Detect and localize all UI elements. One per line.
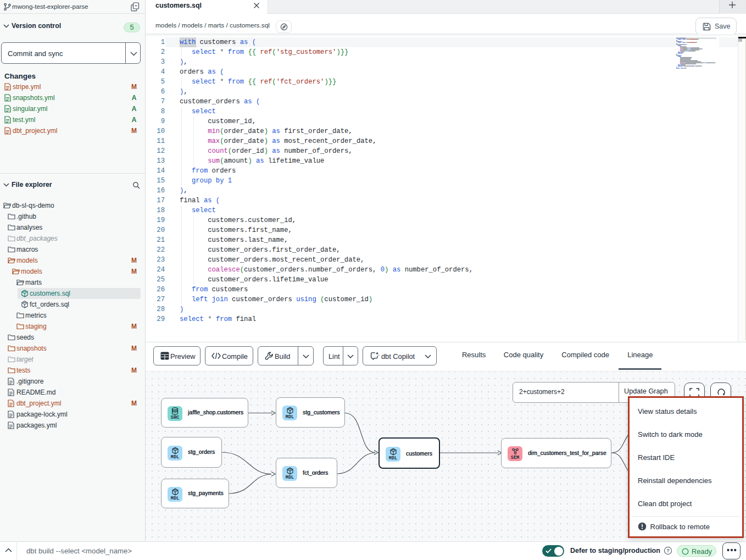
svg-text:?: ? bbox=[666, 547, 670, 553]
